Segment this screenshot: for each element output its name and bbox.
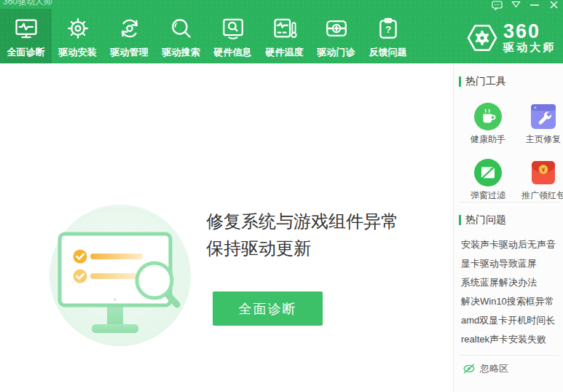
question-link[interactable]: 显卡驱动导致蓝屏 [461,254,563,273]
tab-driver-install[interactable]: 驱动安装 [52,9,103,63]
sidebar: 热门工具 健康助手 主页修复 [453,63,563,392]
first-aid-icon [323,15,350,42]
tool-label: 弹窗过滤 [471,189,505,202]
tool-popup-filter[interactable]: 弹窗过滤 [460,159,516,202]
sidebar-divider [459,355,559,356]
chat-bubble-icon [492,1,503,10]
diagnosis-illustration [45,200,194,350]
question-link[interactable]: 系统蓝屏解决办法 [461,273,563,292]
sidebar-divider [459,202,559,203]
question-link[interactable]: realtek声卡安装失败 [461,330,563,349]
tool-homepage-repair[interactable]: 主页修复 [516,103,563,146]
tool-label: 推广领红包 [521,189,563,202]
clipboard-question-icon: ? [375,15,401,42]
headline-line2: 保持驱动更新 [206,235,398,262]
tab-label: 硬件温度 [266,46,304,59]
thermometer-icon [272,15,298,42]
minimize-button[interactable] [525,0,544,11]
popup-blocked-icon [474,159,502,187]
tab-hardware-info[interactable]: 硬件信息 [207,9,259,63]
brand-subtitle: 驱动大师 [503,42,556,53]
red-packet-icon: ¥ [529,159,557,187]
homepage-wrench-icon [529,103,557,130]
question-link[interactable]: 解决Win10搜索框异常 [461,292,563,311]
tab-label: 全面诊断 [7,46,45,59]
refresh-icon [117,15,143,42]
tool-health-assistant[interactable]: 健康助手 [460,103,516,146]
monitor-pulse-icon [13,15,39,42]
tab-hardware-temp[interactable]: 硬件温度 [259,9,310,63]
brand-logo: 360 驱动大师 [466,22,556,54]
eye-slash-icon [462,362,476,375]
toolbar-tabs: 全面诊断 驱动安装 [0,9,414,63]
hot-question-list: 安装声卡驱动后无声音 显卡驱动导致蓝屏 系统蓝屏解决办法 解决Win10搜索框异… [461,235,563,349]
hot-questions-header: 热门问题 [459,213,506,227]
tab-full-diagnosis[interactable]: 全面诊断 [0,9,52,63]
question-link[interactable]: amd双显卡开机时间长 [461,311,563,330]
svg-text:¥: ¥ [541,166,545,173]
ignore-zone-label: 忽略区 [480,362,508,375]
tab-label: 驱动管理 [111,46,149,59]
tab-label: 反馈问题 [369,46,407,59]
minimize-icon [530,1,539,8]
app-window: 360驱动大师 [0,0,563,392]
accent-bar [459,77,461,87]
tab-label: 驱动搜索 [162,46,200,59]
tool-label: 主页修复 [526,133,561,146]
tab-label: 驱动安装 [59,46,97,59]
tab-driver-clinic[interactable]: 驱动门诊 [310,9,362,63]
search-icon [168,15,194,42]
triangle-down-icon [511,1,521,8]
window-controls [487,0,563,11]
window-title: 360驱动大师 [3,0,52,8]
ignore-zone-button[interactable]: 忽略区 [462,362,508,375]
tab-driver-search[interactable]: 驱动搜索 [155,9,207,63]
close-button[interactable] [544,0,563,11]
gear-icon [65,15,91,42]
tab-label: 驱动门诊 [318,46,355,59]
brand-text: 360 驱动大师 [503,23,556,53]
svg-text:?: ? [385,24,390,35]
feedback-bubble-button[interactable] [487,0,506,11]
tab-feedback[interactable]: ? 反馈问题 [362,9,414,63]
question-link[interactable]: 安装声卡驱动后无声音 [461,235,563,254]
hexagon-gear-logo-icon [466,22,498,54]
full-diagnosis-button[interactable]: 全面诊断 [213,291,323,326]
tool-label: 健康助手 [471,133,505,146]
close-icon [550,1,558,9]
main-content: 修复系统与游戏组件异常 保持驱动更新 全面诊断 [0,63,453,392]
health-cup-icon [474,103,502,130]
tab-label: 硬件信息 [214,46,252,59]
tab-driver-manage[interactable]: 驱动管理 [103,9,155,63]
hot-tools-header: 热门工具 [459,75,506,88]
tool-red-packet[interactable]: ¥ 推广领红包 [516,159,563,202]
header-bar: 360驱动大师 [0,0,563,63]
menu-button[interactable] [506,0,525,11]
headline-line1: 修复系统与游戏组件异常 [206,208,398,235]
brand-360: 360 [503,23,556,40]
monitor-search-icon [220,15,246,42]
accent-bar [459,215,461,225]
hero-headline: 修复系统与游戏组件异常 保持驱动更新 [206,208,398,262]
